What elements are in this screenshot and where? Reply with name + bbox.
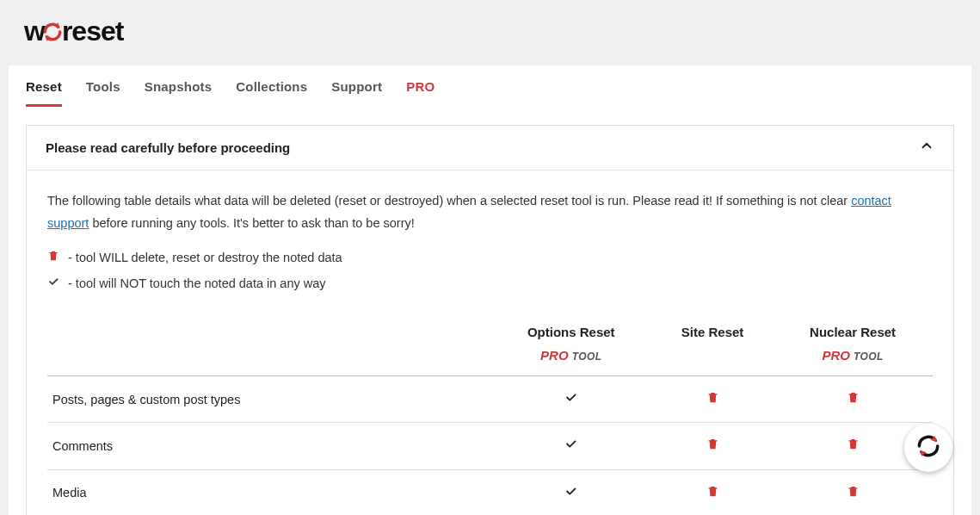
legend: - tool WILL delete, reset or destroy the…	[47, 246, 933, 295]
tab-tools[interactable]: Tools	[86, 65, 120, 107]
check-icon	[47, 272, 59, 295]
col-header: Site Reset	[652, 313, 773, 376]
tab-reset[interactable]: Reset	[26, 65, 62, 107]
trash-icon	[652, 469, 773, 515]
intro-text: The following table details what data wi…	[47, 189, 933, 234]
row-label: Media	[47, 469, 490, 515]
chevron-up-icon	[919, 138, 934, 158]
tab-pro[interactable]: PRO	[406, 65, 435, 107]
legend-keep-text: - tool will NOT touch the noted data in …	[68, 272, 326, 295]
row-label: Posts, pages & custom post types	[47, 376, 490, 423]
refresh-fab[interactable]	[904, 424, 952, 472]
trash-icon	[652, 423, 773, 469]
trash-icon	[652, 376, 773, 423]
brand-text-after: reset	[62, 16, 124, 47]
tab-bar: ResetToolsSnapshotsCollectionsSupportPRO	[9, 65, 971, 108]
card-body: The following table details what data wi…	[27, 171, 953, 515]
intro-part-b: before running any tools. It's better to…	[89, 216, 414, 230]
table-row: Media	[47, 469, 933, 515]
col-header: Nuclear ResetPRO TOOL	[773, 313, 933, 376]
trash-icon	[773, 376, 933, 423]
info-card: Please read carefully before proceeding …	[26, 125, 954, 515]
card-title: Please read carefully before proceeding	[46, 140, 290, 155]
card-header-toggle[interactable]: Please read carefully before proceeding	[27, 126, 953, 171]
trash-icon	[47, 246, 59, 269]
legend-keep: - tool will NOT touch the noted data in …	[47, 272, 933, 295]
col-header: Options ResetPRO TOOL	[490, 313, 653, 376]
check-icon	[490, 423, 653, 469]
legend-delete-text: - tool WILL delete, reset or destroy the…	[68, 246, 342, 269]
row-label: Comments	[47, 423, 490, 469]
legend-delete: - tool WILL delete, reset or destroy the…	[47, 246, 933, 269]
refresh-icon	[41, 18, 64, 50]
tab-collections[interactable]: Collections	[236, 65, 307, 107]
intro-part-a: The following table details what data wi…	[47, 194, 851, 208]
main-panel: ResetToolsSnapshotsCollectionsSupportPRO…	[9, 65, 971, 515]
tab-support[interactable]: Support	[331, 65, 382, 107]
table-row: Posts, pages & custom post types	[47, 376, 933, 423]
col-header	[47, 313, 490, 376]
brand-logo: wreset	[0, 0, 980, 65]
check-icon	[490, 469, 653, 515]
refresh-icon	[915, 432, 942, 463]
tab-snapshots[interactable]: Snapshots	[145, 65, 212, 107]
table-row: Comments	[47, 423, 933, 469]
trash-icon	[773, 469, 933, 515]
check-icon	[490, 376, 653, 423]
reset-table: Options ResetPRO TOOLSite ResetNuclear R…	[47, 313, 933, 515]
